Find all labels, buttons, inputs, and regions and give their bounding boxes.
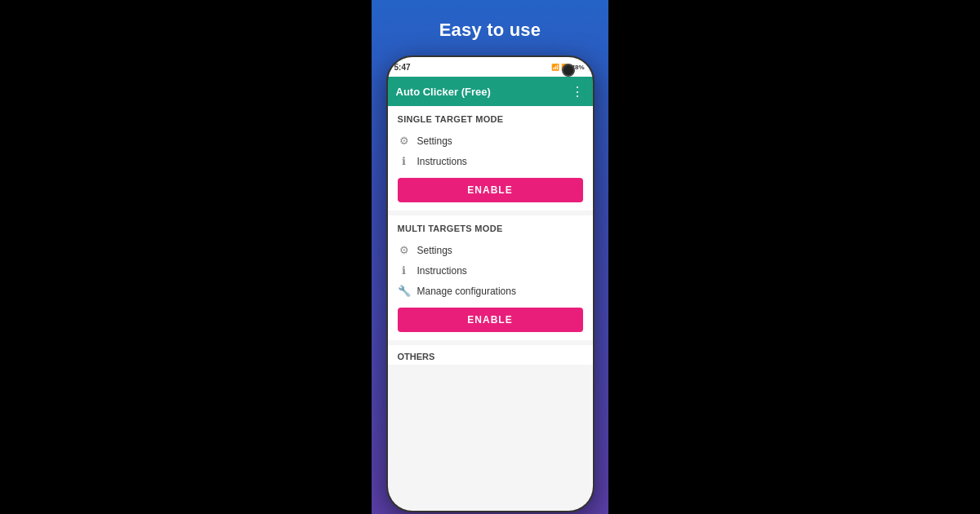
app-name: Auto Clicker (Free) — [396, 86, 491, 98]
manage-configurations-label: Manage configurations — [417, 286, 516, 297]
single-instructions-label: Instructions — [417, 156, 467, 167]
app-toolbar: Auto Clicker (Free) ⋮ — [388, 77, 593, 106]
settings-icon: ⚙ — [398, 135, 411, 147]
status-time: 5:47 — [394, 63, 411, 72]
settings-icon-2: ⚙ — [398, 244, 411, 256]
info-icon-2: ℹ — [398, 264, 411, 277]
wifi-icon: 📶 — [551, 64, 559, 71]
right-panel — [608, 0, 980, 514]
multi-targets-title: MULTI TARGETS MODE — [398, 224, 583, 233]
wrench-icon: 🔧 — [398, 285, 411, 297]
multi-settings-label: Settings — [417, 245, 452, 256]
single-settings-item[interactable]: ⚙ Settings — [398, 131, 583, 151]
phone-camera — [562, 64, 575, 77]
more-options-icon[interactable]: ⋮ — [571, 84, 585, 100]
others-section: OTHERS — [388, 345, 593, 365]
single-settings-label: Settings — [417, 135, 452, 147]
info-icon: ℹ — [398, 155, 411, 167]
multi-instructions-label: Instructions — [417, 265, 467, 277]
page-title: Easy to use — [439, 20, 541, 41]
single-enable-button[interactable]: ENABLE — [398, 178, 583, 202]
left-panel — [0, 0, 372, 514]
manage-configurations-item[interactable]: 🔧 Manage configurations — [398, 281, 583, 301]
multi-targets-section: MULTI TARGETS MODE ⚙ Settings ℹ Instruct… — [388, 215, 593, 340]
center-panel: Easy to use 5:47 📶 📶 78% Auto Clicker (F… — [372, 0, 608, 514]
phone-mockup: 5:47 📶 📶 78% Auto Clicker (Free) ⋮ SINGL… — [386, 55, 595, 512]
multi-enable-button[interactable]: ENABLE — [398, 308, 583, 332]
multi-instructions-item[interactable]: ℹ Instructions — [398, 260, 583, 281]
single-target-section: SINGLE TARGET MODE ⚙ Settings ℹ Instruct… — [388, 106, 593, 210]
multi-settings-item[interactable]: ⚙ Settings — [398, 240, 583, 260]
single-instructions-item[interactable]: ℹ Instructions — [398, 151, 583, 171]
app-content: SINGLE TARGET MODE ⚙ Settings ℹ Instruct… — [388, 106, 593, 511]
single-target-title: SINGLE TARGET MODE — [398, 114, 583, 124]
